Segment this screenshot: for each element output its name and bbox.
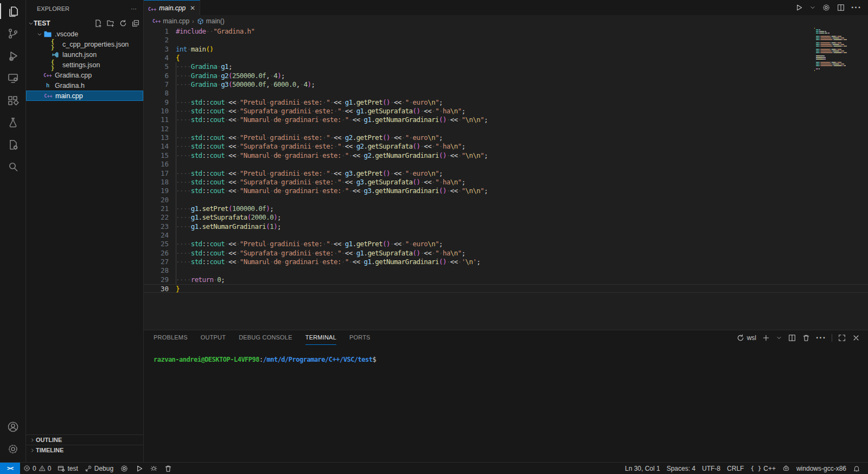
maximize-icon[interactable] (838, 334, 846, 342)
code-line[interactable]: 29····return·0; (144, 276, 868, 284)
activity-run-debug-icon[interactable] (0, 44, 26, 67)
panel-tab-terminal[interactable]: TERMINAL (305, 330, 336, 345)
status-configure[interactable] (117, 464, 132, 473)
code-line[interactable]: 9····std::cout·<<·"Pretul·gradinii·este:… (144, 98, 868, 107)
activity-remote-explorer-icon[interactable] (0, 67, 26, 89)
code-line[interactable]: 24 (144, 231, 868, 240)
status-cpp-configuration[interactable]: windows-gcc-x86 (793, 465, 850, 472)
section-timeline[interactable]: TIMELINE (26, 445, 143, 455)
code-line[interactable]: 3int·main() (144, 45, 868, 54)
gear-icon[interactable] (822, 3, 831, 12)
code-line[interactable]: 2 (144, 36, 868, 44)
tree-root-test[interactable]: TEST (26, 17, 143, 29)
activity-files-icon[interactable] (0, 0, 26, 22)
code-line[interactable]: 6····Gradina·g2(250000.0f,·4); (144, 72, 868, 80)
status-eol[interactable]: CRLF (724, 465, 747, 472)
split-panel-icon[interactable] (788, 334, 796, 342)
close-tab-icon[interactable]: ✕ (190, 4, 195, 12)
panel-tab-ports[interactable]: PORTS (349, 330, 371, 345)
tab-main-cpp[interactable]: C++ main.cpp ✕ (144, 0, 200, 15)
activity-source-control-icon[interactable] (0, 22, 26, 44)
status-problems[interactable]: 00 (20, 465, 54, 472)
activity-settings-gear-icon[interactable] (0, 438, 26, 460)
status-copilot[interactable] (779, 465, 793, 472)
code-line[interactable]: 22····g1.setSuprafata(2000.0); (144, 213, 868, 222)
code-line[interactable]: 1#include··"Gradina.h" (144, 27, 868, 36)
play-icon[interactable] (795, 3, 803, 12)
tree-item-.vscode[interactable]: .vscode (26, 29, 143, 39)
activity-testing-icon[interactable] (0, 111, 26, 133)
code-line[interactable]: 4{ (144, 54, 868, 62)
minimap[interactable] (814, 27, 860, 72)
chevron-down-icon[interactable] (776, 335, 782, 341)
activity-extensions-icon[interactable] (0, 89, 26, 111)
tree-item-main.cpp[interactable]: C++main.cpp (26, 91, 143, 101)
panel-tab-debug-console[interactable]: DEBUG CONSOLE (239, 330, 292, 345)
status-makefile-build-target[interactable]: test (54, 465, 81, 472)
code-line[interactable]: 30} (144, 284, 868, 293)
split-editor-icon[interactable] (837, 3, 845, 12)
status-indentation[interactable]: Spaces: 4 (663, 465, 699, 472)
code-line[interactable]: 20 (144, 196, 868, 204)
remote-wsl-indicator[interactable]: >< (0, 463, 20, 474)
code-line[interactable]: 16 (144, 160, 868, 169)
status-notifications[interactable] (850, 465, 864, 472)
terminal[interactable]: razvan-andrei@DESKTOP-L4VFP98:/mnt/d/Pro… (144, 345, 868, 363)
tree-item-Gradina.h[interactable]: hGradina.h (26, 80, 143, 91)
tree-item-settings.json[interactable]: { }settings.json (26, 60, 143, 70)
breadcrumb-item-main.cpp[interactable]: C++main.cpp (152, 17, 189, 25)
panel-tab-problems[interactable]: PROBLEMS (154, 330, 188, 345)
section-outline[interactable]: OUTLINE (26, 434, 143, 445)
chevron-down-icon[interactable] (28, 21, 34, 26)
status-clean[interactable] (161, 464, 176, 473)
code-line[interactable]: 27····std::cout·<<·"Numarul·de·gradinari… (144, 258, 868, 266)
status-launch-target[interactable]: Debug (81, 465, 117, 472)
code-line[interactable]: 7····Gradina·g3(500000.0f,·6000.0,·4); (144, 80, 868, 89)
code-line[interactable]: 17····std::cout·<<·"Pretul·gradinii·este… (144, 169, 868, 178)
more-icon[interactable]: ··· (816, 333, 826, 343)
collapse-all-icon[interactable] (131, 19, 140, 28)
code-line[interactable]: 10····std::cout·<<·"Suprafata·gradinii·e… (144, 107, 868, 116)
line-content: ····g1.setPret(100000.0f); (176, 204, 868, 213)
close-icon[interactable] (852, 334, 860, 342)
code-line[interactable]: 23····g1.setNumarGradinari(1); (144, 222, 868, 231)
code-line[interactable]: 8 (144, 89, 868, 98)
tree-item-label: .vscode (55, 30, 78, 38)
new-folder-icon[interactable] (106, 19, 115, 28)
code-line[interactable]: 11····std::cout·<<·"Numarul·de·gradinari… (144, 116, 868, 124)
code-line[interactable]: 21····g1.setPret(100000.0f); (144, 204, 868, 213)
code-line[interactable]: 13····std::cout·<<·"Pretul·gradinii·este… (144, 133, 868, 142)
panel-tab-output[interactable]: OUTPUT (201, 330, 226, 345)
status-cursor-position[interactable]: Ln 30, Col 1 (622, 465, 663, 472)
breadcrumb-item-main()[interactable]: main() (197, 17, 225, 25)
code-line[interactable]: 14····std::cout·<<·"Suprafata·gradinii·e… (144, 142, 868, 151)
more-icon[interactable]: ··· (851, 3, 861, 12)
code-line[interactable]: 26····std::cout·<<·"Suprafata·gradinii·e… (144, 249, 868, 258)
tree-item-Gradina.cpp[interactable]: C++Gradina.cpp (26, 70, 143, 80)
status-debug[interactable] (147, 465, 161, 472)
plus-icon[interactable] (762, 334, 770, 342)
status-language-mode[interactable]: { }C++ (747, 465, 779, 472)
sync-icon[interactable] (736, 334, 745, 342)
code-line[interactable]: 15····std::cout·<<·"Numarul·de·gradinari… (144, 151, 868, 160)
new-file-icon[interactable] (94, 19, 103, 28)
code-line[interactable]: 18····std::cout·<<·"Suprafata·gradinii·e… (144, 178, 868, 187)
activity-account-icon[interactable] (0, 415, 26, 438)
status-encoding[interactable]: UTF-8 (699, 465, 724, 472)
code-line[interactable]: 28 (144, 266, 868, 275)
tree-item-launch.json[interactable]: launch.json (26, 49, 143, 60)
more-actions-icon[interactable]: ··· (131, 5, 137, 12)
code-line[interactable]: 19····std::cout·<<·"Numarul·de·gradinari… (144, 187, 868, 195)
code-line[interactable]: 25····std::cout·<<·"Pretul·gradinii·este… (144, 240, 868, 248)
status-run[interactable] (132, 464, 147, 473)
activity-search-icon[interactable] (0, 156, 26, 178)
chevron-down-icon[interactable] (809, 4, 816, 11)
tree-item-c_cpp_properties.json[interactable]: { }c_cpp_properties.json (26, 39, 143, 49)
code-editor[interactable]: 1#include··"Gradina.h"23int·main()4{5···… (144, 27, 868, 330)
code-line[interactable]: 5····Gradina·g1; (144, 62, 868, 71)
activity-makefile-icon[interactable] (0, 133, 26, 156)
trash-icon[interactable] (802, 334, 810, 342)
refresh-icon[interactable] (119, 19, 127, 28)
code-line[interactable]: 12 (144, 125, 868, 133)
chevron-down-icon[interactable] (36, 31, 43, 37)
